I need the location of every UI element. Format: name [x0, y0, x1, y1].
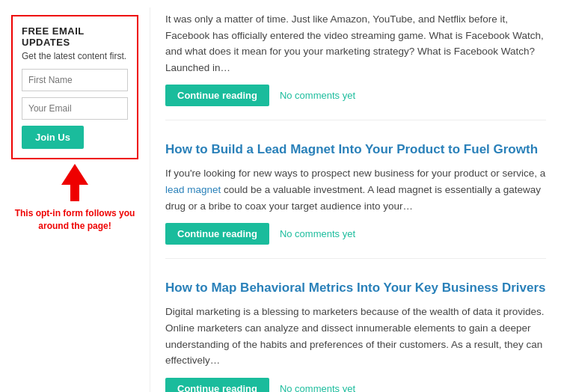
main-content: It was only a matter of time. Just like …	[150, 7, 561, 392]
article-intro: If you're looking for new ways to prospe…	[165, 165, 546, 214]
article-title[interactable]: How to Build a Lead Magnet Into Your Pro…	[165, 141, 546, 158]
sidebar: FREE EMAIL UPDATES Get the latest conten…	[0, 7, 150, 392]
no-comments-label: No comments yet	[280, 228, 355, 239]
article-block: How to Map Behavioral Metrics Into Your …	[165, 280, 546, 392]
no-comments-label: No comments yet	[280, 383, 355, 392]
continue-reading-button[interactable]: Continue reading	[165, 85, 269, 106]
article-actions: Continue reading No comments yet	[165, 223, 546, 245]
arrow-head-icon	[61, 164, 88, 185]
article-block: How to Build a Lead Magnet Into Your Pro…	[165, 141, 546, 259]
join-button[interactable]: Join Us	[22, 126, 84, 149]
continue-reading-button[interactable]: Continue reading	[165, 223, 269, 245]
opt-in-subtitle: Get the latest content first.	[22, 51, 128, 61]
first-name-input[interactable]	[22, 69, 128, 91]
continue-reading-button[interactable]: Continue reading	[165, 378, 269, 392]
opt-in-note: This opt-in form follows you around the …	[11, 207, 138, 233]
lead-magnet-link[interactable]: lead magnet	[165, 184, 221, 195]
article-intro: Digital marketing is a blessing to marke…	[165, 304, 546, 368]
arrow-annotation: This opt-in form follows you around the …	[11, 164, 138, 233]
no-comments-label: No comments yet	[280, 90, 355, 101]
email-input[interactable]	[22, 97, 128, 120]
arrow-stem-icon	[70, 185, 79, 201]
article-block: It was only a matter of time. Just like …	[165, 11, 546, 120]
article-intro: It was only a matter of time. Just like …	[165, 11, 546, 76]
article-title[interactable]: How to Map Behavioral Metrics Into Your …	[165, 280, 546, 296]
page-wrapper: FREE EMAIL UPDATES Get the latest conten…	[0, 0, 561, 392]
article-actions: Continue reading No comments yet	[165, 378, 546, 392]
opt-in-box: FREE EMAIL UPDATES Get the latest conten…	[11, 15, 138, 159]
opt-in-title: FREE EMAIL UPDATES	[22, 25, 128, 48]
article-actions: Continue reading No comments yet	[165, 85, 546, 106]
